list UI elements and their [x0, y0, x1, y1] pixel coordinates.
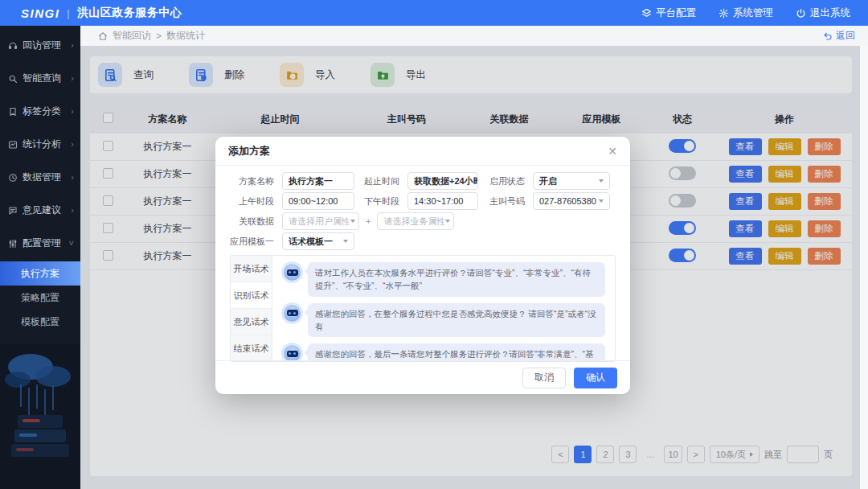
script-tab[interactable]: 意见话术: [231, 309, 272, 335]
bot-message: 感谢您的回答，在整个服务过程中您是否感觉高效便捷？ 请回答“是”或者“没有: [282, 303, 605, 338]
home-icon: [98, 31, 108, 41]
breadcrumb-bar: 智能回访 > 数据统计 返回: [80, 26, 868, 46]
sidebar-item[interactable]: 标签分类›: [0, 95, 80, 128]
navbar-item[interactable]: 平台配置: [641, 6, 696, 20]
enable-status-label: 启用状态: [486, 175, 525, 187]
message-bubble: 感谢您的回答，在整个服务过程中您是否感觉高效便捷？ 请回答“是”或者“没有: [308, 303, 605, 338]
chart-icon: [8, 140, 23, 150]
caret-down-icon: [350, 220, 355, 223]
message-bubble: 感谢您的回答，最后一条请您对整个服务进行评价？请回答“非常满意”、“基本满意”、…: [308, 343, 605, 362]
close-icon[interactable]: ✕: [608, 146, 617, 157]
plan-form: 方案名称 执行方案一 起止时间 获取数据+24小时 启用状态 开启 上午时段 0…: [230, 172, 616, 250]
plus-sign: +: [366, 216, 371, 226]
sidebar-item[interactable]: 配置管理˅: [0, 227, 80, 260]
sidebar-item[interactable]: 统计分析›: [0, 128, 80, 161]
navbar-item[interactable]: 系统管理: [719, 6, 773, 20]
robot-avatar-icon: [284, 345, 301, 362]
top-navbar: SINGI | 洪山区政务服务中心 平台配置系统管理退出系统: [0, 0, 868, 26]
modal-footer: 取消 确认: [215, 360, 630, 394]
sidebar-menu: 回访管理›智能查询›标签分类›统计分析›数据管理›意见建议›配置管理˅: [0, 26, 80, 260]
navbar-item[interactable]: 退出系统: [796, 6, 850, 20]
caller-select[interactable]: 027-87605380: [533, 192, 610, 210]
comment-icon: [8, 206, 23, 216]
sidebar-item[interactable]: 数据管理›: [0, 161, 80, 194]
time-range-select[interactable]: 获取数据+24小时: [407, 172, 478, 190]
business-attribute-select[interactable]: 请选择业务属性: [377, 212, 454, 230]
related-data-group: 请选择用户属性 + 请选择业务属性: [282, 212, 610, 230]
app-title: 洪山区政务服务中心: [77, 6, 182, 20]
bookmark-icon: [8, 107, 23, 117]
script-tab[interactable]: 识别话术: [231, 282, 272, 309]
back-icon: [823, 31, 833, 41]
template-select[interactable]: 话术模板一: [282, 232, 354, 250]
confirm-button[interactable]: 确认: [574, 368, 617, 388]
afternoon-label: 下午时段: [362, 195, 399, 208]
caller-label: 主叫号码: [486, 195, 525, 208]
sidebar-subitem[interactable]: 策略配置: [0, 286, 80, 310]
sidebar-item[interactable]: 意见建议›: [0, 194, 80, 227]
chevron-icon: ˅: [69, 239, 74, 248]
back-label: 返回: [836, 29, 855, 43]
logo-separator: |: [67, 7, 69, 19]
clock-icon: [8, 173, 23, 183]
sidebar-subitem[interactable]: 执行方案: [0, 261, 80, 286]
script-tabs: 开场话术识别话术意见话术结束话术: [231, 256, 272, 361]
navbar-actions: 平台配置系统管理退出系统: [641, 6, 850, 20]
chevron-icon: ›: [71, 173, 74, 182]
chevron-icon: ›: [71, 206, 74, 215]
sidebar-subitem[interactable]: 模板配置: [0, 310, 80, 334]
caret-down-icon: [343, 240, 348, 243]
script-messages: 请对工作人员在本次服务水平进行评价？请回答“专业”、“非常专业”、“有待提升”、…: [272, 256, 615, 361]
layers-icon: [641, 8, 652, 18]
robot-avatar-icon: [284, 264, 301, 281]
caret-down-icon: [599, 179, 604, 183]
chevron-icon: ›: [71, 107, 74, 116]
cancel-button[interactable]: 取消: [522, 368, 566, 388]
chevron-icon: ›: [71, 140, 74, 149]
modal-header: 添加方案 ✕: [215, 137, 630, 166]
chevron-icon: ›: [71, 41, 74, 50]
breadcrumb: 智能回访 > 数据统计: [98, 29, 205, 43]
breadcrumb-root[interactable]: 智能回访: [113, 29, 151, 43]
script-panel: 开场话术识别话术意见话术结束话术 请对工作人员在本次服务水平进行评价？请回答“专…: [230, 255, 616, 362]
sliders-icon: [8, 239, 23, 249]
plan-name-input[interactable]: 执行方案一: [282, 172, 354, 190]
brand-logo: SINGI: [21, 6, 59, 20]
script-tab[interactable]: 开场话术: [231, 256, 272, 282]
script-tab[interactable]: 结束话术: [231, 335, 272, 362]
chevron-icon: ›: [71, 74, 74, 83]
bot-message: 感谢您的回答，最后一条请您对整个服务进行评价？请回答“非常满意”、“基本满意”、…: [282, 343, 605, 362]
modal-title: 添加方案: [228, 144, 270, 158]
search-icon: [8, 74, 23, 84]
afternoon-input[interactable]: 14:30~17:00: [407, 192, 478, 210]
bot-message: 请对工作人员在本次服务水平进行评价？请回答“专业”、“非常专业”、“有待提升”、…: [282, 262, 605, 297]
sidebar-illustration: [0, 344, 80, 489]
sidebar-submenu: 执行方案策略配置模板配置: [0, 261, 80, 334]
breadcrumb-separator: >: [156, 31, 162, 42]
headset-icon: [8, 41, 23, 51]
scrollbar-track[interactable]: [860, 46, 868, 489]
time-range-label: 起止时间: [362, 175, 399, 187]
morning-label: 上午时段: [230, 195, 274, 208]
plan-name-label: 方案名称: [230, 175, 274, 187]
morning-input[interactable]: 09:00~12:00: [282, 192, 354, 210]
modal-body: 方案名称 执行方案一 起止时间 获取数据+24小时 启用状态 开启 上午时段 0…: [215, 166, 630, 362]
caret-down-icon: [599, 199, 604, 203]
message-bubble: 请对工作人员在本次服务水平进行评价？请回答“专业”、“非常专业”、“有待提升”、…: [308, 262, 605, 297]
add-plan-modal: 添加方案 ✕ 方案名称 执行方案一 起止时间 获取数据+24小时 启用状态 开启…: [215, 137, 630, 394]
breadcrumb-current: 数据统计: [166, 29, 205, 43]
sidebar-item[interactable]: 智能查询›: [0, 62, 80, 95]
caret-down-icon: [445, 220, 450, 223]
gear-icon: [719, 8, 729, 18]
user-attribute-select[interactable]: 请选择用户属性: [282, 212, 359, 230]
enable-status-select[interactable]: 开启: [533, 172, 610, 190]
related-data-label: 关联数据: [230, 216, 274, 228]
template-label: 应用模板一: [230, 236, 274, 248]
robot-avatar-icon: [284, 305, 301, 322]
sidebar: 回访管理›智能查询›标签分类›统计分析›数据管理›意见建议›配置管理˅ 执行方案…: [0, 26, 80, 489]
power-icon: [796, 8, 806, 18]
sidebar-item[interactable]: 回访管理›: [0, 29, 80, 62]
back-button[interactable]: 返回: [823, 29, 855, 43]
